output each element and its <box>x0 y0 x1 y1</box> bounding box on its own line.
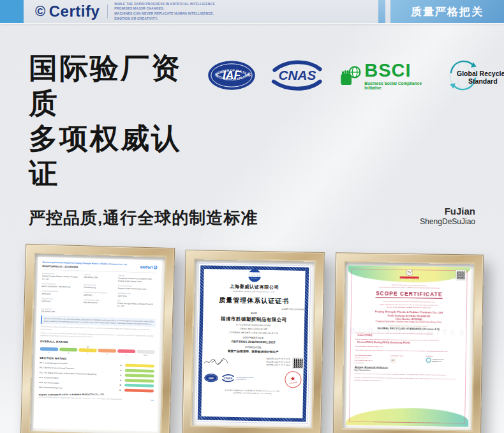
issue-column: Place and Date of Issue Chicago, 2024-07… <box>355 353 390 364</box>
svg-text:IAF: IAF <box>209 376 214 379</box>
validity-line: This certificate is valid until: 2025-07… <box>355 344 462 348</box>
company-stamp-text: FUQING SHENGDE PLASTIC & RUBBER PRODUCTS… <box>39 393 108 396</box>
rating-segment: ▼ None <box>137 347 155 356</box>
rating-segment: ▼ D <box>98 346 117 355</box>
certificates-row: Monitoring Amended Report for Fuqing She… <box>0 229 504 433</box>
svg-text:IAF: IAF <box>222 69 241 82</box>
certification-body-column: Certification Body BV <box>390 354 426 365</box>
field-cell: Monitored Party Fuqing Shengde Plastic &… <box>42 272 81 281</box>
rating-segment: ▼ B <box>59 346 78 354</box>
certificate-number-lines: Scope Certificate Number: BVC TE-0004733… <box>355 299 463 308</box>
overall-rating-scale: ▼ A ▼ B ▼ C <box>40 345 155 356</box>
field-cell: Announcement Type Fully-Announced <box>83 298 114 307</box>
tagline-line: WHILE THE RAPID PROGRESS IN ARTIFICIAL I… <box>114 2 215 7</box>
title-line-1: 国际验厂资质 <box>29 51 207 121</box>
field-cell: Monitoring Activity amfori Social Audit … <box>41 282 80 288</box>
field-cell: Monitoring Partner Bureau Veritas Hong K… <box>118 284 157 290</box>
field-cell: Site amfori ID 156-001932-000 <box>41 307 80 313</box>
hero-section: 国际验厂资质 多项权威认证 MEMBER OF MULTILATERAL REC… <box>0 23 504 192</box>
page: © Certify WHILE THE RAPID PROGRESS IN AR… <box>0 0 504 433</box>
certificate-frame-iso9001: ᭍᭍᭍ SAIWEI 上海赛威认证有限公司 SHANGHAI SAIWEI CE… <box>182 249 325 433</box>
page-number: 1/13 <box>151 399 154 401</box>
subtitle-section: 严控品质,通行全球的制造标准 FuJian ShengDeSuJiao <box>0 192 504 229</box>
cnas-registration-text: MANAGEMENT SYSTEM CNAS C001-M <box>236 376 253 381</box>
field-cell: amfori ID 156-001932-000 <box>84 273 115 282</box>
brand-english: FuJian ShengDeSuJiao <box>420 206 475 226</box>
field-cell: Submission Date 28/07/2023 <box>117 292 156 298</box>
iaf-badge-icon: MEMBER OF MULTILATERAL RECOGNITION ARRAN… <box>207 60 256 91</box>
brand-logo-text: Certify <box>49 3 100 20</box>
amfori-circle-icon <box>154 265 158 269</box>
certificate-footer: 本证书信息可在国家认证认可监督管理委员会官方网站 (www.cnca.gov.c… <box>202 388 303 395</box>
iaf-mini-icon: IAF <box>204 373 218 383</box>
certification-badges: MEMBER OF MULTILATERAL RECOGNITION ARRAN… <box>207 59 480 92</box>
field-cell: Address Fengqiang Industry Area, Gaoshan… <box>118 274 157 283</box>
fine-print-1: Certification Body Licensing Code: TE-01… <box>354 372 461 376</box>
grs-badge-icon: Global Recycled Standard <box>447 59 480 92</box>
cnas-badge-icon: CNAS <box>269 59 326 92</box>
grs-badge-text: Global Recycled Standard <box>457 70 504 85</box>
issuer-lines: Bureau Veritas Consumer Products Service… <box>355 282 463 289</box>
monitoring-fields: Monitored Party Fuqing Shengde Plastic &… <box>41 272 157 315</box>
qr-code <box>293 358 304 368</box>
certificate-frame-grs: This electronically issued document is t… <box>333 252 484 433</box>
grs-mini-logo-icon: Global RecycledStandard V4.0 <box>426 358 462 363</box>
subtitle-text: 严控品质,通行全球的制造标准 <box>29 207 258 229</box>
tagline-line: PROMISES MAJOR CHANGES, <box>114 6 215 11</box>
bsci-badge-text: BSCI Business Social Compliance Initiati… <box>364 61 434 90</box>
doc-footer-text: Monitoring summary used for Fuqing Sheng… <box>39 396 122 400</box>
section-rating-rows: PA 1: Social Management System C PA 2: W… <box>39 361 154 392</box>
field-cell: Site Fuqing Shengde Plastic & Rubber Pro… <box>117 300 156 308</box>
tagline-line: EMOTION OR CREATIVITY. <box>114 17 215 22</box>
legal-paragraphs: Within the last two years, and taking in… <box>40 325 155 340</box>
copyright-icon: © <box>35 3 46 20</box>
header-tagline: WHILE THE RAPID PROGRESS IN ARTIFICIAL I… <box>114 2 215 22</box>
field-cell: Expiration Date 28/07/2024 <box>41 297 80 306</box>
cnas-mini-icon: CNAS <box>221 374 235 383</box>
rating-segment: ▼ C <box>78 346 97 354</box>
top-bar: © Certify WHILE THE RAPID PROGRESS IN AR… <box>0 0 504 23</box>
header-accent-square <box>0 0 24 23</box>
svg-text:CNAS: CNAS <box>224 377 233 380</box>
operating-address: 生产/经营地址: 福建省福清市东瀚镇东瀚工业区东瀚大道 15 号 <box>203 330 304 335</box>
note-box: This is an extract of the online Monitor… <box>41 315 156 327</box>
standard-column: Standard Global RecycledStandard V4.0 <box>426 354 462 365</box>
title-line-2: 多项权威认证 <box>29 121 207 192</box>
tagline-line: MACHINES CAN NEVER REPLICATE HUMAN INTEL… <box>114 11 215 17</box>
scope-certificate-title: SCOPE CERTIFICATE <box>376 290 443 299</box>
header-divider <box>107 4 108 19</box>
svg-text:CNAS: CNAS <box>278 68 316 82</box>
field-cell: Monitoring Start Date 26/07/2023 <box>41 290 80 296</box>
field-cell: Closing Meeting Finished Date 28/07/2023 <box>84 291 115 297</box>
red-stamp-icon: ★ 认证专用章 <box>284 370 302 388</box>
certificate-holder: 福清市胜德塑胶制品有限公司 <box>203 315 304 324</box>
header-accent-stripe <box>378 0 385 23</box>
quality-banner: 质量严格把关 <box>390 0 504 23</box>
bsci-monitoring-document: Monitoring Amended Report for Fuqing She… <box>33 257 161 431</box>
amfori-logo: amfori <box>140 263 157 270</box>
certificate-dates: 颁发日期: 2022 年 04 月 27 日换证日期: 2022 年 04 月 … <box>266 357 290 367</box>
bv-mini-seal-icon: BV <box>390 357 396 363</box>
brand-logo: © Certify <box>35 3 100 20</box>
certifier-logo: ᭍᭍᭍ SAIWEI <box>248 269 261 282</box>
signature-icon <box>202 356 233 367</box>
grs-scope-certificate: This electronically issued document is t… <box>346 265 471 427</box>
bsci-badge-icon: BSCI Business Social Compliance Initiati… <box>339 61 434 90</box>
proof-label: 兹证明 <box>203 311 304 316</box>
rating-segment: ▼ E <box>117 347 136 356</box>
page-title: 国际验厂资质 多项权威认证 <box>29 51 207 192</box>
certificate-frame-bsci: Monitoring Amended Report for Fuqing She… <box>20 243 175 433</box>
certificate-number: 证书编号: 00921Q20269R0M <box>204 307 305 311</box>
fine-print-2: This Scope Certificate provides no proof… <box>354 376 461 382</box>
iso9001-certificate: ᭍᭍᭍ SAIWEI 上海赛威认证有限公司 SHANGHAI SAIWEI CE… <box>195 262 312 424</box>
field-cell: Monitoring Type Full Monitoring <box>84 284 115 289</box>
rating-segment: ▼ A <box>40 345 59 354</box>
certificate-title: 质量管理体系认证证书 <box>204 295 305 306</box>
audit-criteria: Audit criteria: Global Recycled Standard… <box>355 348 462 353</box>
